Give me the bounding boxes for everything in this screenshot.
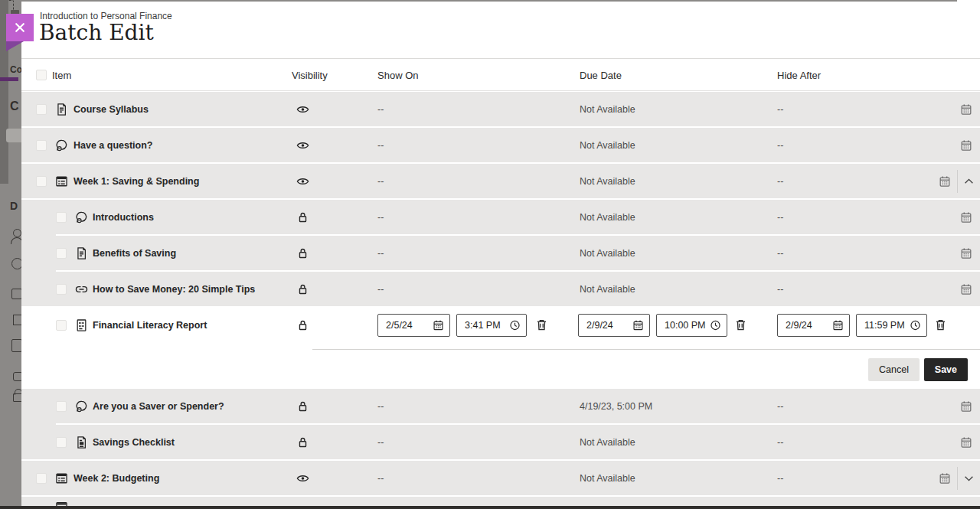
clear-hide-after-button[interactable] <box>934 318 947 331</box>
hide-after-date-input[interactable]: 2/9/24 <box>777 314 850 337</box>
table-row: Have a question?--Not Available-- <box>21 128 980 162</box>
trailing-divider <box>957 467 958 490</box>
hide-after-value: -- <box>777 140 783 151</box>
clock-icon[interactable] <box>910 320 921 331</box>
document-icon <box>55 103 68 116</box>
edit-row-line: Financial Literacy Report2/5/243:41 PM2/… <box>21 308 980 343</box>
clear-show-on-button[interactable] <box>535 318 548 331</box>
item-label: How to Save Money: 20 Simple Tips <box>93 284 255 295</box>
select-all-checkbox[interactable] <box>36 70 47 80</box>
calendar-icon <box>960 211 972 224</box>
clock-icon[interactable] <box>710 320 721 331</box>
discussion-icon <box>75 210 88 224</box>
lock-icon <box>296 282 309 295</box>
row-checkbox[interactable] <box>56 320 67 331</box>
row-checkbox[interactable] <box>56 401 67 412</box>
item-label: Benefits of Saving <box>93 248 176 259</box>
background-heading-fragment: D <box>10 200 18 212</box>
item-label: Week 2: Budgeting <box>74 473 159 484</box>
row-checkbox[interactable] <box>36 176 47 187</box>
calendar-icon[interactable] <box>632 320 644 331</box>
module-icon <box>55 175 68 188</box>
lock-icon <box>296 436 309 449</box>
clear-due-date-button[interactable] <box>734 318 747 331</box>
assignment-icon <box>75 319 88 332</box>
calendar-icon <box>960 400 972 413</box>
close-button-ribbon-fold <box>6 41 24 51</box>
due-date-date-input[interactable]: 2/9/24 <box>578 314 650 337</box>
row-checkbox[interactable] <box>56 437 67 448</box>
item-label: Savings Checklist <box>93 437 175 448</box>
trash-icon <box>934 318 947 331</box>
edit-dates-calendar-button[interactable] <box>960 103 972 116</box>
show-on-value: -- <box>377 104 384 115</box>
eye-icon <box>296 139 309 152</box>
background-icon-fragment <box>11 237 21 244</box>
expand-collapse-button[interactable] <box>963 472 975 484</box>
calendar-icon <box>960 139 972 152</box>
trash-icon <box>734 318 747 331</box>
edit-dates-calendar-button[interactable] <box>960 247 972 259</box>
expand-collapse-button[interactable] <box>963 175 975 187</box>
background-button-fragment <box>6 129 21 142</box>
row-checkbox[interactable] <box>56 284 67 295</box>
row-checkbox[interactable] <box>56 248 67 259</box>
trash-icon <box>535 318 548 331</box>
hide-after-value: -- <box>777 401 783 412</box>
show-on-value: -- <box>377 437 384 448</box>
row-checkbox[interactable] <box>36 140 47 151</box>
edit-dates-calendar-button[interactable] <box>960 283 972 295</box>
row-checkbox[interactable] <box>36 104 47 115</box>
calendar-icon[interactable] <box>832 320 844 331</box>
show-on-time-input[interactable]: 3:41 PM <box>456 314 527 337</box>
background-icon-fragment <box>13 315 21 325</box>
module-icon <box>55 501 68 506</box>
row-checkbox[interactable] <box>56 212 67 223</box>
due-date-time-input[interactable]: 10:00 PM <box>656 314 727 337</box>
column-header-visibility: Visibility <box>292 69 328 80</box>
edit-actions-divider <box>312 349 980 350</box>
edit-dates-calendar-button[interactable] <box>939 175 951 188</box>
show-on-value: -- <box>377 248 384 259</box>
item-label: Course Syllabus <box>74 104 149 115</box>
table-row: Benefits of Saving--Not Available-- <box>21 236 980 270</box>
close-icon <box>14 21 26 34</box>
hide-after-value: -- <box>777 437 783 448</box>
save-button[interactable]: Save <box>924 358 968 381</box>
edit-dates-calendar-button[interactable] <box>960 211 972 224</box>
due-date-value: Not Available <box>580 140 635 151</box>
due-date-value: Not Available <box>580 284 635 295</box>
calendar-icon[interactable] <box>433 320 444 331</box>
background-icon-fragment <box>13 372 21 381</box>
hide-after-date-input-value: 2/9/24 <box>786 320 812 331</box>
show-on-value: -- <box>377 212 384 223</box>
close-button[interactable] <box>6 14 34 41</box>
background-tab-fragment: Co <box>10 64 21 75</box>
lock-icon <box>296 246 309 259</box>
table-row <box>21 497 980 506</box>
show-on-value: -- <box>377 176 384 187</box>
document-image-icon <box>75 436 88 449</box>
due-date-date-input-value: 2/9/24 <box>586 320 613 331</box>
edit-dates-calendar-button[interactable] <box>960 436 972 449</box>
show-on-date-input[interactable]: 2/5/24 <box>377 314 450 337</box>
edit-dates-calendar-button[interactable] <box>960 400 972 413</box>
due-date-value: Not Available <box>580 212 635 223</box>
edit-dates-calendar-button[interactable] <box>939 472 951 485</box>
module-icon <box>55 471 68 485</box>
column-header-due-date: Due Date <box>580 69 622 80</box>
clock-icon[interactable] <box>509 320 521 331</box>
hide-after-time-input[interactable]: 11:59 PM <box>856 314 927 337</box>
row-checkbox[interactable] <box>36 473 47 484</box>
hide-after-value: -- <box>777 212 783 223</box>
hide-after-value: -- <box>777 473 783 484</box>
cancel-button[interactable]: Cancel <box>868 358 920 381</box>
items-list: Course Syllabus--Not Available--Have a q… <box>21 92 980 506</box>
discussion-icon <box>75 400 88 413</box>
lock-icon <box>296 319 309 332</box>
due-date-time-input-value: 10:00 PM <box>665 320 706 331</box>
hide-after-time-input-value: 11:59 PM <box>864 320 905 331</box>
column-header-item: Item <box>52 69 71 80</box>
due-date-value: Not Available <box>580 104 635 115</box>
edit-dates-calendar-button[interactable] <box>960 139 972 152</box>
